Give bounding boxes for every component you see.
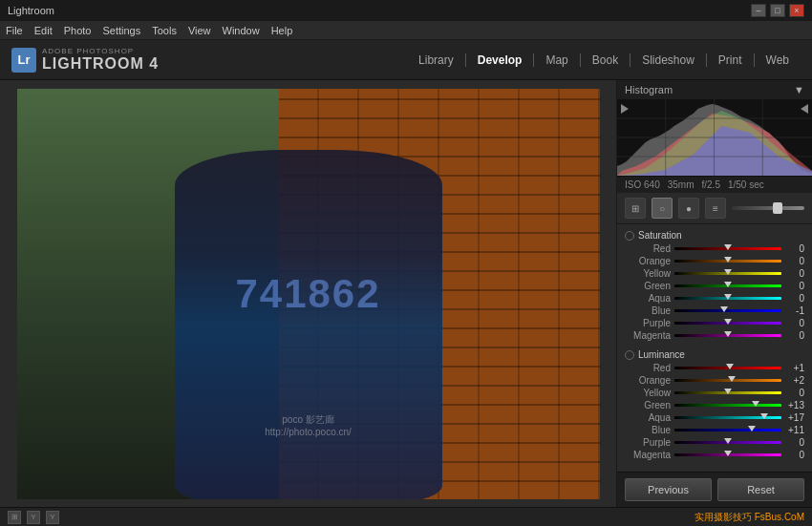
tab-develop[interactable]: Develop	[466, 53, 535, 67]
tone-slider-thumb[interactable]	[773, 202, 782, 214]
panel-header: Histogram ▼	[617, 80, 812, 99]
menu-file[interactable]: File	[6, 25, 23, 36]
sat-yellow-value: 0	[785, 268, 804, 279]
luminance-label: Luminance	[638, 349, 685, 360]
sat-green-track[interactable]	[674, 284, 781, 287]
sat-yellow-row: Yellow 0	[617, 267, 812, 280]
bottom-bar: ⊞ Y Y 实用摄影技巧 FsBus.CoM	[0, 507, 812, 526]
tab-slideshow[interactable]: Slideshow	[630, 53, 707, 67]
lum-magenta-track[interactable]	[674, 453, 781, 456]
bottom-icon-3[interactable]: Y	[46, 511, 59, 524]
sat-aqua-value: 0	[785, 293, 804, 304]
tab-map[interactable]: Map	[534, 53, 580, 67]
tone-slider[interactable]	[732, 206, 804, 210]
close-button[interactable]: ×	[789, 4, 804, 17]
lum-blue-track[interactable]	[674, 429, 781, 431]
title-bar: Lightroom – □ ×	[0, 0, 812, 21]
app-name: LIGHTROOM 4	[42, 55, 159, 73]
menu-photo[interactable]: Photo	[64, 25, 92, 36]
grid-tool[interactable]: ⊞	[625, 198, 646, 219]
lum-aqua-row: Aqua +17	[617, 411, 812, 424]
dot-tool[interactable]: ●	[678, 198, 699, 219]
app-name-area: ADOBE PHOTOSHOP LIGHTROOM 4	[42, 47, 159, 73]
sat-blue-value: -1	[785, 305, 804, 316]
menu-tools[interactable]: Tools	[152, 25, 177, 36]
lum-red-label: Red	[625, 363, 671, 373]
sat-magenta-row: Magenta 0	[617, 329, 812, 342]
sat-magenta-value: 0	[785, 330, 804, 341]
bottom-icon-1[interactable]: ⊞	[8, 511, 21, 524]
luminance-toggle[interactable]	[625, 350, 634, 360]
tab-library[interactable]: Library	[407, 53, 466, 67]
sat-aqua-track[interactable]	[674, 297, 781, 300]
sat-purple-label: Purple	[625, 318, 671, 328]
previous-button[interactable]: Previous	[625, 478, 712, 501]
circle-tool[interactable]: ○	[652, 198, 673, 219]
lum-aqua-value: +17	[785, 412, 804, 423]
histogram-label: Histogram	[625, 84, 673, 95]
sat-green-row: Green 0	[617, 280, 812, 292]
tab-print[interactable]: Print	[707, 53, 755, 67]
lum-magenta-row: Magenta 0	[617, 449, 812, 461]
sat-purple-value: 0	[785, 318, 804, 328]
nav-tabs: Library Develop Map Book Slideshow Print…	[407, 53, 801, 67]
saturation-section: Saturation Red 0 Orange 0	[617, 224, 812, 344]
minimize-button[interactable]: –	[751, 4, 766, 17]
photo-scene: 741862 poco 影艺廊 http://photo.poco.cn/	[17, 89, 600, 499]
slider-tool[interactable]: ≡	[705, 198, 726, 219]
sat-orange-row: Orange 0	[617, 255, 812, 267]
sat-purple-row: Purple 0	[617, 317, 812, 329]
sat-green-label: Green	[625, 281, 671, 291]
adobe-text: ADOBE PHOTOSHOP	[42, 47, 159, 55]
lum-orange-value: +2	[785, 375, 804, 386]
window-controls: – □ ×	[751, 4, 804, 17]
menu-edit[interactable]: Edit	[34, 25, 53, 36]
lum-magenta-label: Magenta	[625, 450, 671, 460]
iso-value: ISO 640	[625, 179, 660, 190]
lum-blue-row: Blue +11	[617, 424, 812, 436]
sat-red-track[interactable]	[674, 247, 781, 250]
panel-arrow[interactable]: ▼	[794, 84, 804, 95]
reset-button[interactable]: Reset	[717, 478, 804, 501]
lum-aqua-track[interactable]	[674, 416, 781, 419]
menu-window[interactable]: Window	[223, 25, 260, 36]
lum-red-track[interactable]	[674, 367, 781, 369]
right-panel: Histogram ▼	[616, 80, 812, 507]
sat-aqua-row: Aqua 0	[617, 292, 812, 305]
sat-orange-value: 0	[785, 256, 804, 266]
bottom-status: 实用摄影技巧 FsBus.CoM	[694, 511, 804, 524]
lum-green-track[interactable]	[674, 404, 781, 407]
lum-purple-row: Purple 0	[617, 436, 812, 449]
sat-orange-track[interactable]	[674, 260, 781, 263]
sat-yellow-track[interactable]	[674, 272, 781, 275]
sat-purple-track[interactable]	[674, 322, 781, 325]
shutter-speed: 1/50 sec	[728, 179, 764, 190]
lum-purple-track[interactable]	[674, 441, 781, 444]
lum-yellow-row: Yellow 0	[617, 387, 812, 399]
sat-red-row: Red 0	[617, 242, 812, 255]
maximize-button[interactable]: □	[770, 4, 785, 17]
luminance-section: Luminance Red +1 Orange +2	[617, 344, 812, 463]
sat-red-label: Red	[625, 243, 671, 254]
menu-help[interactable]: Help	[271, 25, 293, 36]
lum-aqua-label: Aqua	[625, 412, 671, 423]
tab-web[interactable]: Web	[755, 53, 801, 67]
photo-area: 741862 poco 影艺廊 http://photo.poco.cn/	[0, 80, 616, 507]
menu-settings[interactable]: Settings	[102, 25, 140, 36]
sat-magenta-track[interactable]	[674, 334, 781, 337]
lum-yellow-track[interactable]	[674, 391, 781, 394]
tab-book[interactable]: Book	[581, 53, 630, 67]
saturation-toggle[interactable]	[625, 231, 634, 241]
sliders-panel[interactable]: Saturation Red 0 Orange 0	[617, 224, 812, 472]
bottom-left: ⊞ Y Y	[8, 511, 59, 524]
sat-blue-track[interactable]	[674, 309, 781, 312]
lum-orange-track[interactable]	[674, 379, 781, 382]
menu-view[interactable]: View	[188, 25, 211, 36]
lum-green-row: Green +13	[617, 399, 812, 411]
lum-red-row: Red +1	[617, 362, 812, 374]
header-bar: Lr ADOBE PHOTOSHOP LIGHTROOM 4 Library D…	[0, 40, 812, 80]
bottom-icon-2[interactable]: Y	[27, 511, 40, 524]
histogram-area	[617, 99, 812, 176]
saturation-label: Saturation	[638, 230, 682, 241]
panel-bottom: Previous Reset	[617, 472, 812, 507]
